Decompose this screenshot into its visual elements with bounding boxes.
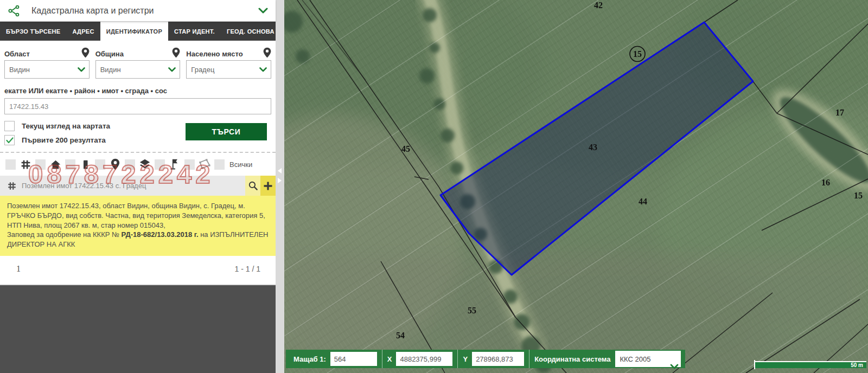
collapse-left-icon[interactable]	[278, 168, 282, 173]
map-canvas[interactable]: 42151745431615445554	[284, 0, 868, 373]
building-icon[interactable]	[79, 158, 92, 171]
current-view-checkbox[interactable]	[4, 121, 15, 131]
chevron-down-icon	[168, 67, 176, 72]
search-icon	[248, 181, 258, 191]
oblast-select[interactable]: Видин	[4, 60, 90, 79]
grid-icon	[7, 181, 17, 191]
flag-icon[interactable]	[168, 158, 181, 171]
obshtina-label: Община	[95, 50, 124, 58]
result-detail-text: Поземлен имот 17422.15.43, област Видин,…	[7, 201, 269, 249]
chevron-down-icon	[259, 67, 267, 72]
ekatte-label: екатте ИЛИ екатте • район • имот • сград…	[4, 87, 271, 95]
settlement-select[interactable]: Градец	[186, 60, 271, 79]
pin-icon[interactable]	[263, 47, 271, 58]
parcel-label: 45	[401, 144, 410, 153]
route-icon	[8, 4, 21, 17]
x-label: X	[387, 355, 392, 363]
obshtina-select[interactable]: Видин	[95, 60, 181, 79]
pin-icon[interactable]	[108, 158, 122, 171]
divider	[0, 152, 276, 153]
grid-layer-checkbox[interactable]	[5, 159, 16, 170]
page-number[interactable]: 1	[16, 264, 21, 274]
parcel-label: 55	[468, 306, 476, 315]
parcel-label: 15	[854, 191, 863, 200]
chevron-down-icon	[670, 364, 679, 369]
sidebar-empty-area	[0, 284, 276, 373]
y-label: Y	[463, 355, 468, 363]
settlement-value: Градец	[191, 66, 259, 74]
all-layer-checkbox[interactable]	[214, 159, 225, 170]
parcel-label: 16	[821, 178, 830, 187]
expand-right-icon[interactable]	[278, 178, 282, 183]
y-coordinate-input[interactable]	[472, 352, 524, 366]
scale-label: Мащаб 1:	[293, 355, 326, 363]
crs-select[interactable]: ККС 2005	[615, 351, 681, 367]
divider	[382, 350, 382, 368]
parcel-label: 17	[835, 108, 844, 117]
layers-icon[interactable]	[138, 158, 151, 171]
tab-quick-search[interactable]: БЪРЗО ТЪРСЕНЕ	[0, 22, 66, 41]
crs-label: Координатна система	[534, 355, 610, 363]
parcel-label: 44	[639, 197, 647, 206]
parcel-label: 43	[589, 143, 597, 152]
map-scalebar: 50 m	[754, 361, 866, 368]
parcel-label: 54	[396, 331, 405, 340]
ekatte-input[interactable]	[4, 98, 271, 114]
tab-old-ident[interactable]: СТАР ИДЕНТ.	[168, 22, 221, 41]
parcel-label: 42	[594, 1, 603, 10]
all-layers-label: Всички	[229, 160, 252, 169]
divider	[457, 350, 458, 368]
pagination: 1 1 - 1 / 1	[4, 256, 271, 282]
add-result-button[interactable]	[260, 176, 276, 196]
app-header: Кадастрална карта и регистри	[0, 0, 276, 22]
app-window: Кадастрална карта и регистри БЪРЗО ТЪРСЕ…	[0, 0, 868, 373]
crs-value: ККС 2005	[620, 355, 651, 363]
polygon-layer-checkbox[interactable]	[184, 159, 195, 170]
parcel-label: 15	[633, 49, 642, 59]
x-coordinate-input[interactable]	[396, 352, 452, 366]
field-oblast: Област Видин	[4, 46, 90, 79]
zoom-to-result-button[interactable]	[245, 176, 260, 196]
obshtina-value: Видин	[100, 66, 169, 74]
result-row-title: Поземлен имот 17422.15.43 с. Градец	[22, 182, 245, 190]
check-icon	[6, 137, 14, 144]
search-button[interactable]: ТЪРСИ	[186, 123, 267, 140]
tab-address[interactable]: АДРЕС	[66, 22, 100, 41]
scalebar-label: 50 m	[851, 362, 866, 368]
field-obshtina: Община Видин	[95, 46, 181, 79]
grid-icon[interactable]	[19, 158, 32, 171]
search-tabbar: БЪРЗО ТЪРСЕНЕ АДРЕС ИДЕНТИФИКАТОР СТАР И…	[0, 22, 276, 41]
chevron-down-icon[interactable]	[258, 8, 268, 14]
oblast-label: Област	[4, 50, 30, 58]
scale-input[interactable]	[330, 352, 377, 366]
field-settlement: Населено място Градец	[186, 46, 271, 79]
first-200-checkbox[interactable]	[4, 135, 15, 145]
layers-layer-checkbox[interactable]	[125, 159, 135, 170]
settlement-label: Населено място	[186, 50, 242, 58]
page-range: 1 - 1 / 1	[235, 265, 260, 273]
house-layer-checkbox[interactable]	[35, 159, 46, 170]
house-icon[interactable]	[49, 158, 62, 171]
result-detail-panel: Поземлен имот 17422.15.43, област Видин,…	[0, 196, 276, 256]
sidebar: Кадастрална карта и регистри БЪРЗО ТЪРСЕ…	[0, 0, 276, 373]
current-view-label: Текущ изглед на картата	[22, 122, 110, 130]
first-200-label: Първите 200 резултата	[22, 136, 106, 144]
tab-identifier[interactable]: ИДЕНТИФИКАТОР	[100, 22, 168, 41]
layers-toolbar: Всички	[4, 158, 271, 171]
pin-layer-checkbox[interactable]	[95, 159, 105, 170]
pin-icon[interactable]	[81, 47, 90, 58]
oblast-value: Видин	[9, 66, 78, 74]
pin-icon[interactable]	[172, 47, 180, 58]
flag-layer-checkbox[interactable]	[155, 159, 165, 170]
building-layer-checkbox[interactable]	[65, 159, 75, 170]
divider	[529, 350, 529, 368]
sidebar-splitter[interactable]	[276, 0, 284, 373]
tab-geod-base[interactable]: ГЕОД. ОСНОВА	[221, 22, 280, 41]
app-title: Кадастрална карта и регистри	[31, 6, 258, 16]
result-row[interactable]: Поземлен имот 17422.15.43 с. Градец	[0, 176, 276, 196]
chevron-down-icon	[78, 67, 85, 72]
plus-icon	[263, 181, 273, 191]
polygon-icon[interactable]	[198, 158, 211, 171]
map-statusbar: Мащаб 1: X Y Координатна система ККС 200…	[286, 350, 685, 368]
identifier-form: Област Видин Общи	[0, 41, 276, 282]
